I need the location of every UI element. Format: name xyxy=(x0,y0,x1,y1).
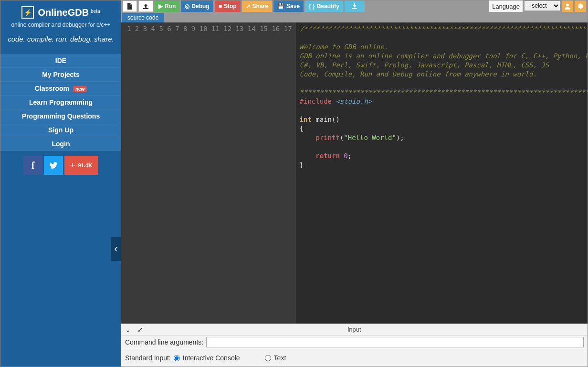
social-buttons: f + 91.4K xyxy=(0,151,121,180)
file-icon xyxy=(127,3,133,10)
settings-button[interactable] xyxy=(575,0,586,12)
run-button[interactable]: ▶Run xyxy=(155,0,179,12)
io-panel: ⌄ ⤢ input Command line arguments: Standa… xyxy=(121,324,588,367)
twitter-button[interactable] xyxy=(44,156,63,175)
io-header: ⌄ ⤢ input xyxy=(121,324,588,335)
download-button[interactable] xyxy=(345,0,365,12)
code-editor[interactable]: 1 2 3 4 5 6 7 8 9 10 11 12 13 14 15 16 1… xyxy=(121,22,588,324)
brand-slogan: code. compile. run. debug. share. xyxy=(4,35,117,50)
sidebar-collapse-button[interactable]: ‹ xyxy=(111,237,121,261)
user-button[interactable] xyxy=(562,0,573,12)
toolbar: ▶Run ◎Debug ■Stop ↗Share 💾Save { }Beauti… xyxy=(121,0,588,12)
brand-name: OnlineGDB xyxy=(38,7,89,18)
code-area[interactable]: /***************************************… xyxy=(296,22,588,324)
nav-programming-questions[interactable]: Programming Questions xyxy=(0,109,121,123)
svg-point-0 xyxy=(566,4,569,7)
nav-ide[interactable]: IDE xyxy=(0,54,121,68)
play-icon: ▶ xyxy=(158,3,163,10)
nav-sign-up[interactable]: Sign Up xyxy=(0,123,121,137)
args-input[interactable] xyxy=(206,337,584,347)
nav-classroom[interactable]: Classroom new xyxy=(0,82,121,96)
stdin-radio-console-label: Interactive Console xyxy=(183,354,240,362)
nav-classroom-label: Classroom xyxy=(35,85,69,92)
upload-file-button[interactable] xyxy=(138,0,153,12)
stdin-radio-text-label: Text xyxy=(274,354,286,362)
language-label: Language xyxy=(489,0,523,12)
download-icon xyxy=(351,3,358,10)
gear-icon xyxy=(577,3,584,10)
save-button[interactable]: 💾Save xyxy=(273,0,304,12)
editor-tabbar: source code xyxy=(121,12,588,22)
io-fullscreen-button[interactable]: ⤢ xyxy=(137,326,143,334)
beautify-button[interactable]: { }Beautify xyxy=(305,0,343,12)
language-select[interactable]: -- select -- xyxy=(524,0,560,11)
addthis-button[interactable]: + 91.4K xyxy=(64,156,98,175)
nav-learn-programming[interactable]: Learn Programming xyxy=(0,96,121,109)
stop-button[interactable]: ■Stop xyxy=(215,0,241,12)
new-file-button[interactable] xyxy=(123,0,137,12)
args-label: Command line arguments: xyxy=(125,338,203,346)
twitter-icon xyxy=(49,161,58,170)
main-area: ▶Run ◎Debug ■Stop ↗Share 💾Save { }Beauti… xyxy=(121,0,588,367)
brand-logo-icon: ⚡ xyxy=(21,6,34,19)
share-button[interactable]: ↗Share xyxy=(242,0,272,12)
io-title: input xyxy=(121,326,588,333)
tab-source-code[interactable]: source code xyxy=(122,13,164,22)
facebook-button[interactable]: f xyxy=(23,156,42,175)
brand-box: ⚡ OnlineGDB beta online compiler and deb… xyxy=(0,0,121,54)
nav-classroom-badge: new xyxy=(73,86,87,92)
target-icon: ◎ xyxy=(185,3,189,10)
stop-icon: ■ xyxy=(219,3,222,10)
brand-tagline: online compiler and debugger for c/c++ xyxy=(4,22,117,28)
debug-button[interactable]: ◎Debug xyxy=(181,0,213,12)
user-icon xyxy=(564,3,571,10)
share-count: 91.4K xyxy=(78,162,92,169)
sidebar-spacer: ‹ xyxy=(0,180,121,367)
nav-my-projects[interactable]: My Projects xyxy=(0,68,121,82)
io-collapse-button[interactable]: ⌄ xyxy=(125,326,131,334)
stdin-label: Standard Input: xyxy=(125,354,171,362)
sidebar: ⚡ OnlineGDB beta online compiler and deb… xyxy=(0,0,121,367)
stdin-radio-text[interactable] xyxy=(265,355,271,361)
line-gutter: 1 2 3 4 5 6 7 8 9 10 11 12 13 14 15 16 1… xyxy=(121,22,296,324)
upload-icon xyxy=(143,3,149,10)
braces-icon: { } xyxy=(309,3,315,10)
save-icon: 💾 xyxy=(277,3,284,10)
brand-beta: beta xyxy=(91,9,100,14)
share-icon: ↗ xyxy=(246,3,251,10)
stdin-radio-console[interactable] xyxy=(174,355,180,361)
nav-login[interactable]: Login xyxy=(0,137,121,151)
